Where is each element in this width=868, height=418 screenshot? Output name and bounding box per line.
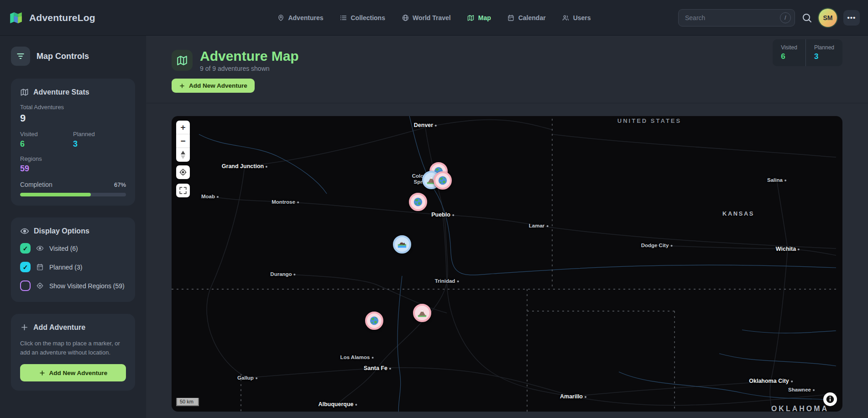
map-controls-button[interactable] (11, 47, 30, 66)
globe-marker-icon (369, 316, 379, 326)
add-adventure-description: Click on the map to place a marker, or a… (20, 339, 126, 357)
search-icon[interactable] (801, 12, 812, 23)
map-zoom-controls: + − (176, 121, 190, 162)
region-label-united-states: UNITED STATES (617, 117, 681, 124)
city-label-grand-junction: Grand Junction (222, 163, 267, 169)
page-map-icon (172, 50, 193, 71)
search-shortcut-badge: / (780, 12, 791, 23)
display-options-title: Display Options (34, 227, 89, 235)
adventure-marker-6[interactable] (413, 304, 431, 322)
city-label-durango: Durango (270, 271, 295, 277)
add-new-adventure-button-main[interactable]: Add New Adventure (172, 79, 255, 93)
brand[interactable]: AdventureLog (8, 10, 95, 26)
city-label-salina: Salina (767, 177, 786, 183)
map-pin-icon (277, 14, 284, 21)
top-navbar: AdventureLog AdventuresCollectionsWorld … (0, 0, 868, 36)
target-icon (36, 282, 44, 290)
city-dot (791, 381, 793, 382)
nav-item-collections[interactable]: Collections (340, 14, 385, 21)
sidebar-header: Map Controls (11, 47, 135, 66)
adventure-marker-5[interactable] (393, 235, 411, 254)
plus-icon (39, 370, 46, 376)
city-dot (452, 214, 454, 216)
city-dot (356, 404, 357, 406)
planned-label: Planned (73, 131, 126, 138)
display-option-planned-3-[interactable]: ✓Planned (3) (20, 262, 126, 272)
city-dot (546, 225, 548, 227)
city-label-santa-fe: Santa Fe (364, 365, 391, 371)
attribution-button[interactable] (823, 392, 837, 406)
navbar-right: / SM ••• (678, 9, 860, 27)
zoom-in-button[interactable]: + (176, 121, 190, 134)
filter-icon (16, 52, 25, 61)
regions-value: 59 (20, 164, 126, 174)
total-adventures-value: 9 (20, 112, 126, 124)
header-stats-box: Visited6Planned3 (773, 39, 842, 66)
region-label-kansas: KANSAS (722, 210, 754, 217)
display-option-visited-6-[interactable]: ✓Visited (6) (20, 243, 126, 254)
checkbox-checked[interactable]: ✓ (20, 243, 31, 254)
region-label-oklahoma: OKLAHOMA (771, 405, 829, 412)
globe-marker-icon (413, 197, 423, 207)
city-dot (294, 274, 296, 275)
city-dot (371, 357, 373, 359)
header-divider (146, 103, 868, 103)
locate-icon (179, 168, 187, 176)
adventure-marker-7[interactable] (365, 312, 383, 330)
compass-button[interactable] (176, 148, 190, 162)
planned-value: 3 (73, 139, 126, 149)
search-input[interactable] (678, 9, 795, 26)
app-title: AdventureLog (29, 12, 95, 23)
fullscreen-icon (179, 186, 187, 195)
adventure-marker-4[interactable] (409, 193, 427, 211)
option-label: Show Visited Regions (59) (49, 282, 125, 290)
checkbox-unchecked[interactable] (20, 280, 31, 291)
completion-label: Completion (20, 181, 52, 188)
geolocate-button[interactable] (176, 165, 190, 179)
city-label-denver: Denver (414, 122, 437, 128)
nav-item-world-travel[interactable]: World Travel (402, 14, 451, 21)
city-dot (266, 166, 267, 168)
completion-progress-bar (20, 193, 126, 196)
fullscreen-button[interactable] (176, 184, 190, 197)
adventure-marker-3[interactable] (434, 171, 452, 190)
city-dot (585, 396, 586, 398)
info-icon (825, 394, 835, 404)
sidebar: Map Controls Adventure Stats Total Adven… (0, 36, 146, 418)
adventure-stats-card: Adventure Stats Total Adventures 9 Visit… (11, 79, 135, 206)
nav-item-calendar[interactable]: Calendar (507, 14, 546, 21)
visited-value: 6 (20, 139, 73, 149)
city-dot (217, 196, 219, 198)
globe-icon (402, 14, 409, 21)
city-label-gallup: Gallup (237, 375, 257, 381)
city-label-wichita: Wichita (776, 246, 800, 252)
users-icon (562, 14, 570, 21)
main-nav: AdventuresCollectionsWorld TravelMapCale… (277, 14, 591, 21)
map-scale-bar: 50 km (176, 398, 199, 406)
avatar[interactable]: SM (819, 9, 837, 27)
city-dot (813, 389, 815, 391)
zoom-out-button[interactable]: − (176, 134, 190, 148)
completion-percent: 67% (114, 181, 126, 188)
add-button-label: Add New Adventure (189, 82, 247, 89)
city-dot (798, 249, 800, 250)
nav-item-map[interactable]: Map (467, 14, 491, 21)
more-menu-button[interactable]: ••• (843, 10, 860, 26)
compass-south-icon (181, 155, 185, 159)
search-wrap: / (678, 9, 795, 26)
city-label-lamar: Lamar (529, 223, 549, 228)
city-label-trinidad: Trinidad (435, 278, 459, 284)
main-content: Adventure Map 9 of 9 adventures shown Ad… (146, 36, 868, 418)
city-label-oklahoma-city: Oklahoma City (749, 378, 793, 384)
display-option-show-visited-regions-59-[interactable]: Show Visited Regions (59) (20, 280, 126, 291)
city-label-moab: Moab (201, 194, 219, 199)
add-adventure-title: Add Adventure (33, 323, 85, 332)
header-stat-visited: Visited6 (773, 39, 805, 66)
nav-item-users[interactable]: Users (562, 14, 591, 21)
nav-item-adventures[interactable]: Adventures (277, 14, 323, 21)
city-dot (457, 280, 459, 282)
adventure-map[interactable]: UNITED STATESKANSASOKLAHOMADenverGrand J… (172, 116, 842, 412)
mountain-marker-icon (417, 308, 427, 318)
checkbox-checked[interactable]: ✓ (20, 262, 31, 272)
add-new-adventure-button-sidebar[interactable]: Add New Adventure (20, 364, 126, 381)
